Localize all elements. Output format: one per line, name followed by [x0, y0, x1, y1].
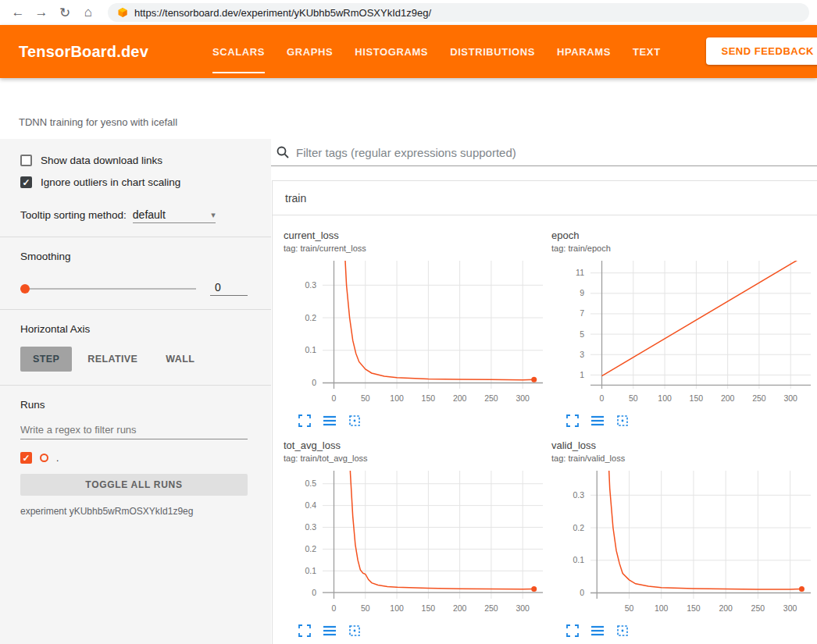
fit-domain-icon[interactable]: [348, 624, 361, 637]
runs-selector-icon[interactable]: [323, 624, 336, 637]
runs-selector-icon[interactable]: [323, 414, 336, 427]
toggle-all-runs-button[interactable]: TOGGLE ALL RUNS: [20, 474, 248, 496]
reload-icon[interactable]: ↻: [55, 2, 75, 23]
chart-title: current_loss: [284, 229, 547, 241]
svg-text:0.2: 0.2: [573, 523, 584, 532]
line-chart[interactable]: 00.10.20.30.40.5050100150200250300: [284, 466, 547, 619]
chart-card: tot_avg_loss tag: train/tot_avg_loss 00.…: [284, 439, 547, 637]
svg-text:3: 3: [580, 350, 584, 359]
experiment-note: experiment yKUbhb5wRmOSXYkId1z9eg: [20, 506, 248, 517]
svg-text:9: 9: [580, 288, 584, 297]
smoothing-slider[interactable]: [20, 288, 196, 290]
svg-text:50: 50: [361, 603, 370, 613]
tag-filter-row: [271, 139, 817, 166]
browser-toolbar: ← → ↻ ⌂ https://tensorboard.dev/experime…: [0, 0, 817, 25]
back-icon[interactable]: ←: [8, 2, 28, 23]
svg-text:250: 250: [751, 603, 765, 613]
line-chart[interactable]: 00.10.20.3050100150200250300: [284, 256, 547, 409]
tab-scalars[interactable]: SCALARS: [202, 25, 276, 78]
svg-text:0.1: 0.1: [305, 566, 316, 575]
runs-selector-icon[interactable]: [590, 624, 604, 637]
expand-chart-icon[interactable]: [565, 624, 579, 637]
svg-text:50: 50: [361, 393, 370, 403]
fit-domain-icon[interactable]: [615, 414, 629, 427]
checkbox-icon: [20, 155, 32, 166]
slider-knob[interactable]: [20, 284, 30, 294]
show-download-links-checkbox[interactable]: Show data download links: [20, 155, 248, 166]
svg-text:0: 0: [312, 378, 316, 387]
chart-card: valid_loss tag: train/valid_loss 00.10.2…: [551, 439, 815, 637]
svg-text:300: 300: [516, 603, 530, 613]
svg-text:7: 7: [580, 308, 584, 318]
svg-text:100: 100: [390, 603, 404, 613]
svg-text:100: 100: [655, 603, 669, 613]
main-content: train current_loss tag: train/current_lo…: [271, 139, 817, 644]
expand-chart-icon[interactable]: [298, 624, 311, 637]
tab-text[interactable]: TEXT: [622, 25, 672, 78]
fit-domain-icon[interactable]: [615, 624, 629, 637]
svg-text:0.3: 0.3: [305, 280, 316, 290]
svg-text:100: 100: [390, 393, 404, 403]
svg-text:250: 250: [484, 393, 498, 403]
run-color-swatch-icon: [40, 454, 48, 462]
chart-tag: tag: train/tot_avg_loss: [284, 454, 547, 463]
svg-text:150: 150: [690, 393, 704, 403]
forward-icon[interactable]: →: [31, 2, 52, 23]
chart-tag: tag: train/epoch: [551, 244, 815, 253]
tab-distributions[interactable]: DISTRIBUTIONS: [439, 25, 546, 78]
chevron-down-icon: ▾: [211, 210, 216, 220]
address-bar[interactable]: https://tensorboard.dev/experiment/yKUbh…: [108, 3, 809, 22]
main-nav: SCALARS GRAPHS HISTOGRAMS DISTRIBUTIONS …: [202, 25, 672, 78]
search-icon: [276, 145, 290, 159]
line-chart[interactable]: 1357911050100150200250300: [551, 256, 815, 409]
runs-label: Runs: [20, 399, 248, 411]
expand-chart-icon[interactable]: [565, 414, 579, 427]
svg-text:200: 200: [719, 603, 733, 613]
svg-text:200: 200: [721, 393, 735, 403]
title-strip: TDNN training for yesno with icefall: [0, 78, 817, 139]
svg-text:0: 0: [332, 603, 337, 613]
runs-filter-input[interactable]: [20, 421, 248, 439]
chart-toolbar: [551, 409, 815, 427]
tab-hparams[interactable]: HPARAMS: [546, 25, 622, 78]
chart-title: tot_avg_loss: [284, 439, 547, 451]
svg-text:0.3: 0.3: [305, 522, 316, 532]
dropdown-value: default: [133, 208, 166, 221]
ignore-outliers-checkbox[interactable]: Ignore outliers in chart scaling: [20, 176, 248, 188]
axis-relative-button[interactable]: RELATIVE: [75, 347, 150, 372]
tensorboard-logo-icon: [117, 7, 128, 18]
chart-tag: tag: train/valid_loss: [551, 454, 815, 463]
svg-text:250: 250: [484, 603, 498, 613]
charts-grid: current_loss tag: train/current_loss 00.…: [273, 215, 817, 637]
chart-toolbar: [551, 619, 815, 637]
smoothing-value-input[interactable]: 0: [210, 281, 248, 296]
run-row[interactable]: .: [20, 452, 248, 464]
svg-text:50: 50: [629, 393, 638, 403]
chart-toolbar: [284, 409, 547, 427]
home-icon[interactable]: ⌂: [78, 2, 98, 23]
svg-text:0.2: 0.2: [305, 544, 316, 553]
axis-step-button[interactable]: STEP: [20, 347, 72, 372]
svg-text:300: 300: [783, 393, 797, 403]
svg-text:0: 0: [600, 393, 605, 403]
run-checkbox-icon[interactable]: [20, 452, 32, 464]
tab-graphs[interactable]: GRAPHS: [276, 25, 344, 78]
fit-domain-icon[interactable]: [348, 414, 361, 427]
run-name: .: [56, 453, 59, 464]
tag-group-card: train current_loss tag: train/current_lo…: [272, 180, 817, 644]
axis-wall-button[interactable]: WALL: [153, 347, 207, 372]
tooltip-sorting-dropdown[interactable]: default ▾: [133, 208, 216, 223]
tag-filter-input[interactable]: [296, 146, 817, 159]
runs-selector-icon[interactable]: [590, 414, 604, 427]
svg-text:0: 0: [332, 393, 337, 403]
svg-text:250: 250: [752, 393, 766, 403]
tag-group-header[interactable]: train: [273, 181, 817, 215]
chart-tag: tag: train/current_loss: [284, 244, 547, 253]
svg-text:0.1: 0.1: [305, 345, 316, 354]
line-chart[interactable]: 00.10.20.350100150200250300: [551, 466, 815, 619]
svg-text:150: 150: [422, 393, 436, 403]
expand-chart-icon[interactable]: [298, 414, 311, 427]
send-feedback-button[interactable]: SEND FEEDBACK: [706, 37, 817, 65]
svg-text:11: 11: [576, 268, 584, 277]
tab-histograms[interactable]: HISTOGRAMS: [344, 25, 439, 78]
